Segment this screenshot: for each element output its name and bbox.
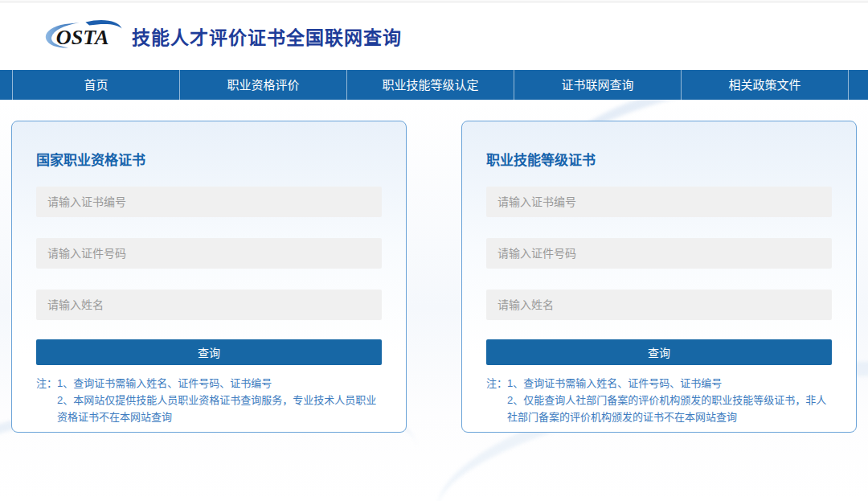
panel-notes: 注： 1、查询证书需输入姓名、证件号码、证书编号 2、仅能查询人社部门备案的评价… bbox=[486, 375, 832, 425]
note-item: 1、查询证书需输入姓名、证件号码、证书编号 bbox=[507, 375, 832, 392]
main-nav: 首页 职业资格评价 职业技能等级认定 证书联网查询 相关政策文件 bbox=[0, 70, 868, 100]
id-number-input[interactable] bbox=[36, 238, 382, 269]
panel-national-qualification-certificate: 国家职业资格证书 查询 注： 1、查询证书需输入姓名、证件号码、证书编号 2、本… bbox=[11, 121, 407, 433]
nav-item-certificate-query[interactable]: 证书联网查询 bbox=[514, 70, 681, 100]
certificate-number-input[interactable] bbox=[36, 187, 382, 217]
name-input[interactable] bbox=[486, 290, 832, 320]
note-list: 1、查询证书需输入姓名、证件号码、证书编号 2、本网站仅提供技能人员职业资格证书… bbox=[57, 375, 382, 425]
osta-logo: OSTA bbox=[43, 18, 124, 55]
note-item: 2、本网站仅提供技能人员职业资格证书查询服务，专业技术人员职业资格证书不在本网站… bbox=[57, 392, 382, 425]
nav-item-skill-level-certification[interactable]: 职业技能等级认定 bbox=[346, 70, 514, 100]
nav-item-policy-documents[interactable]: 相关政策文件 bbox=[681, 70, 848, 100]
note-prefix: 注： bbox=[486, 375, 507, 425]
nav-item-home[interactable]: 首页 bbox=[12, 70, 179, 100]
osta-logo-icon: OSTA bbox=[43, 18, 124, 55]
panel-title: 职业技能等级证书 bbox=[486, 149, 832, 169]
query-cards: 国家职业资格证书 查询 注： 1、查询证书需输入姓名、证件号码、证书编号 2、本… bbox=[0, 100, 868, 433]
note-list: 1、查询证书需输入姓名、证件号码、证书编号 2、仅能查询人社部门备案的评价机构颁… bbox=[507, 375, 832, 425]
nav-spacer bbox=[848, 70, 868, 100]
main-content: 国家职业资格证书 查询 注： 1、查询证书需输入姓名、证件号码、证书编号 2、本… bbox=[0, 100, 868, 501]
id-number-input[interactable] bbox=[486, 238, 832, 269]
name-input[interactable] bbox=[36, 290, 382, 320]
note-item: 1、查询证书需输入姓名、证件号码、证书编号 bbox=[57, 375, 382, 392]
query-button[interactable]: 查询 bbox=[36, 339, 382, 365]
osta-logo-text: OSTA bbox=[56, 26, 109, 49]
panel-title: 国家职业资格证书 bbox=[36, 149, 382, 169]
site-header: OSTA 技能人才评价证书全国联网查询 bbox=[0, 2, 868, 70]
panel-skill-level-certificate: 职业技能等级证书 查询 注： 1、查询证书需输入姓名、证件号码、证书编号 2、仅… bbox=[461, 121, 857, 433]
note-prefix: 注： bbox=[36, 375, 57, 425]
site-title: 技能人才评价证书全国联网查询 bbox=[132, 23, 402, 50]
query-button[interactable]: 查询 bbox=[486, 339, 832, 365]
main-nav-inner: 首页 职业资格评价 职业技能等级认定 证书联网查询 相关政策文件 bbox=[0, 70, 868, 100]
note-item: 2、仅能查询人社部门备案的评价机构颁发的职业技能等级证书，非人社部门备案的评价机… bbox=[507, 392, 832, 425]
panel-notes: 注： 1、查询证书需输入姓名、证件号码、证书编号 2、本网站仅提供技能人员职业资… bbox=[36, 375, 382, 425]
nav-item-occupational-qualification[interactable]: 职业资格评价 bbox=[179, 70, 346, 100]
certificate-number-input[interactable] bbox=[486, 187, 832, 217]
